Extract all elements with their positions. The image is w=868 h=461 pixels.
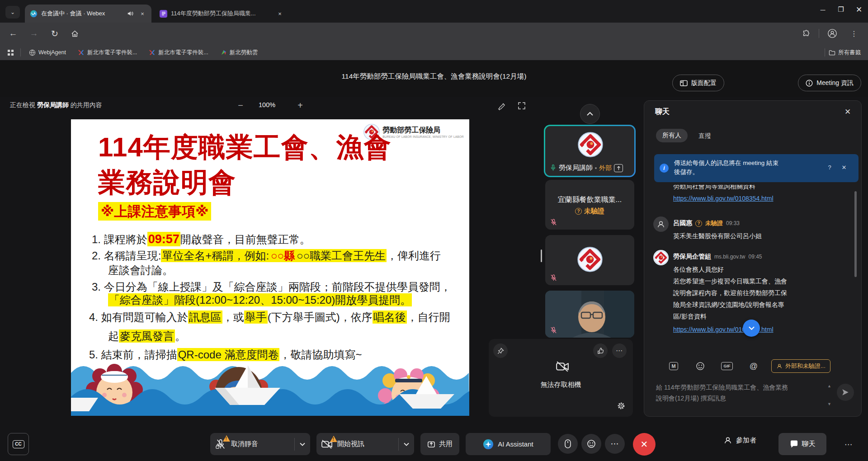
back-icon[interactable]: ←	[5, 26, 21, 41]
chat-link[interactable]: https://www.bli.gov.tw/0108904.html	[673, 326, 787, 333]
slide-title-line1: 114年度職業工會、漁會	[98, 129, 392, 166]
info-icon	[806, 80, 813, 87]
unmute-button[interactable]: 取消靜音	[210, 433, 310, 455]
tab-close-icon[interactable]: ×	[275, 9, 284, 18]
tab-search-button[interactable]: ⌄	[5, 6, 20, 19]
markdown-icon[interactable]: M	[668, 360, 679, 372]
avatar-person	[653, 216, 669, 232]
avatar-bli	[653, 250, 669, 265]
expand-icon[interactable]	[515, 99, 528, 112]
ai-assistant-button[interactable]: AI Assistant	[466, 433, 551, 455]
external-filter-pill[interactable]: 外部和未驗證...	[771, 359, 830, 373]
gif-icon[interactable]: GIF	[721, 360, 733, 372]
participant-tile-speaker[interactable]: 勞保局講師 外部	[544, 125, 636, 177]
message-time: 09:45	[748, 254, 762, 260]
settings-gear-icon[interactable]	[615, 400, 627, 412]
send-button[interactable]	[837, 384, 854, 401]
video-options-chevron[interactable]	[399, 442, 414, 446]
participant-video	[545, 291, 634, 338]
presenter-name: 勞保局講師	[37, 101, 69, 108]
participant-tile-2[interactable]: 宜蘭縣餐飲業職業... ? 未驗證	[545, 180, 634, 230]
annotate-icon[interactable]	[495, 99, 508, 112]
tab-audio-icon[interactable]	[126, 9, 134, 18]
mic-off-icon	[550, 326, 557, 334]
unverified-badge: 未驗證	[584, 207, 604, 216]
filmstrip-collapse-button[interactable]	[580, 104, 600, 124]
chat-link[interactable]: https://www.bli.gov.tw/0108354.html	[673, 195, 774, 202]
mic-on-icon	[550, 164, 557, 172]
extensions-icon[interactable]	[798, 26, 814, 41]
participants-icon	[723, 436, 732, 445]
compose-scroll-up[interactable]: ▲	[827, 384, 831, 388]
chat-scrollbar[interactable]	[854, 191, 857, 277]
emoji-icon[interactable]	[694, 360, 706, 372]
apps-grid-icon[interactable]	[7, 49, 14, 56]
compose-input[interactable]: 給 114年勞動部勞工保險局職業工會、漁會業務 說明會(12月場) 撰寫訊息	[656, 382, 828, 404]
more-options-icon[interactable]: ⋯	[612, 343, 627, 358]
banner-close-icon[interactable]: ✕	[840, 163, 849, 172]
bookmark-ntpc-labor-cloud[interactable]: 新北勞動雲	[220, 49, 258, 56]
pin-icon[interactable]	[493, 343, 508, 358]
participant-tile-video[interactable]	[545, 291, 634, 338]
banner-help-icon[interactable]: ?	[825, 163, 834, 172]
bookmark-ntpc-parts-1[interactable]: 新北市電子零件裝...	[78, 49, 137, 56]
window-close-button[interactable]: ✕	[850, 2, 868, 17]
toolbar-divider	[819, 29, 819, 38]
bookmarks-right-divider	[825, 48, 825, 56]
mic-options-chevron[interactable]	[295, 442, 310, 446]
browser-tab-active[interactable]: 在會議中 · 會議 · Webex ×	[25, 5, 151, 23]
home-icon[interactable]	[67, 26, 82, 41]
reactions-icon[interactable]	[581, 434, 601, 454]
forward-icon[interactable]: →	[26, 26, 42, 41]
layout-icon	[680, 80, 688, 86]
chat-button[interactable]: 聊天	[778, 433, 826, 455]
chat-tab-everyone[interactable]: 所有人	[656, 129, 688, 142]
reload-icon[interactable]: ↻	[47, 26, 62, 41]
remote-control-icon[interactable]	[558, 434, 578, 454]
filmstrip-scrollbar[interactable]	[541, 249, 542, 262]
zoom-in-button[interactable]: +	[294, 99, 307, 112]
participants-button[interactable]: 參加者	[723, 436, 756, 445]
bookmark-webjagent[interactable]: WebjAgent	[29, 49, 66, 56]
camera-off-icon	[556, 361, 569, 372]
org-subtitle: BUREAU OF LABOR INSURANCE, MINISTRY OF L…	[382, 135, 464, 138]
external-badge: 外部	[599, 164, 612, 172]
meeting-info-button[interactable]: Meeting 資訊	[798, 75, 861, 91]
closed-captions-button[interactable]: CC	[8, 433, 29, 455]
zoom-level[interactable]: 100%	[259, 101, 275, 108]
leave-meeting-button[interactable]: ✕	[633, 433, 656, 456]
chat-title: 聊天	[655, 107, 670, 117]
window-minimize-button[interactable]: ─	[814, 2, 832, 17]
camera-warning-badge	[330, 436, 337, 442]
tab-close-icon[interactable]: ×	[138, 9, 147, 18]
webex-favicon	[29, 9, 38, 18]
tab-title: 在會議中 · 會議 · Webex	[41, 9, 126, 18]
start-video-button[interactable]: 開始視訊	[316, 433, 414, 455]
chat-bubble-icon	[790, 440, 798, 448]
self-view-tile[interactable]: ⋯ 無法存取相機	[489, 339, 633, 417]
control-bar-more-icon[interactable]: ⋯	[842, 437, 855, 451]
scroll-to-bottom-button[interactable]	[743, 320, 760, 337]
reaction-thumbs-up-icon[interactable]	[593, 343, 608, 358]
slide-item-2-line2: 座談會討論。	[108, 263, 173, 278]
all-bookmarks-button[interactable]: 所有書籤	[829, 49, 861, 56]
bookmark-ntpc-parts-2[interactable]: 新北市電子零件裝...	[149, 49, 208, 56]
layout-button[interactable]: 版面配置	[672, 75, 724, 91]
browser-tab-inactive[interactable]: 114年度勞動部勞工保險局職業... ×	[156, 6, 288, 21]
compose-scroll-down[interactable]: ▼	[827, 402, 831, 406]
slide-item-2-line1: 2. 名稱請呈現:單位全名+稱謂，例如:○○縣○○職業工會王先生，俾利進行	[92, 249, 441, 263]
browser-menu-icon[interactable]: ⋮	[846, 26, 862, 41]
participant-tile-3[interactable]	[545, 235, 634, 285]
participant-name: 宜蘭縣餐飲業職業...	[558, 196, 622, 203]
mention-icon[interactable]: @	[748, 360, 760, 372]
chat-close-icon[interactable]: ✕	[841, 105, 854, 118]
chat-tab-direct[interactable]: 直撥	[698, 132, 711, 140]
share-icon	[427, 440, 435, 448]
more-controls-icon[interactable]: ⋯	[605, 434, 625, 454]
globe-icon	[29, 49, 36, 56]
share-button[interactable]: 共用	[420, 433, 459, 455]
zoom-out-button[interactable]: −	[234, 99, 247, 112]
screen: ⌄ 在會議中 · 會議 · Webex × 114年度勞動部勞工保險局職業...…	[0, 0, 868, 461]
profile-avatar[interactable]	[825, 26, 840, 41]
window-maximize-button[interactable]: ❐	[832, 2, 850, 17]
